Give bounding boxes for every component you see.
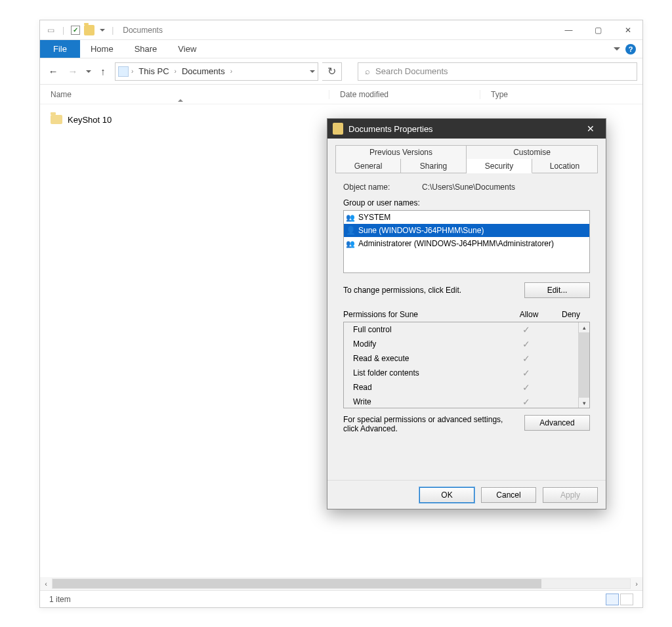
scroll-thumb[interactable] (52, 579, 541, 588)
dialog-buttons: OK Cancel Apply (327, 480, 606, 509)
home-tab[interactable]: Home (80, 44, 124, 54)
dialog-titlebar[interactable]: Documents Properties ✕ (327, 119, 606, 139)
chevron-right-icon: › (130, 68, 135, 75)
refresh-button[interactable]: ↻ (322, 62, 342, 81)
up-button[interactable]: ↑ (95, 64, 111, 79)
share-tab[interactable]: Share (124, 44, 168, 54)
search-icon: ⌕ (365, 66, 370, 76)
file-tab[interactable]: File (40, 40, 80, 58)
permission-row: Modify✓ (344, 337, 578, 351)
edit-hint: To change permissions, click Edit. (343, 286, 461, 295)
allow-check-icon: ✓ (503, 339, 549, 349)
column-type[interactable]: Type (480, 90, 642, 99)
close-icon[interactable]: ✕ (581, 119, 600, 139)
folder-icon (84, 25, 94, 35)
allow-header: Allow (506, 310, 552, 319)
minimize-button[interactable]: — (554, 20, 583, 40)
allow-check-icon: ✓ (503, 397, 549, 407)
user-name: Administratorer (WINDOWS-J64PHMM\Adminis… (358, 239, 554, 248)
scroll-left-icon[interactable]: ‹ (40, 578, 52, 590)
scroll-thumb[interactable] (578, 333, 589, 397)
permission-row: Full control✓ (344, 322, 578, 337)
view-tab[interactable]: View (167, 44, 207, 54)
scroll-right-icon[interactable]: › (631, 578, 642, 590)
breadcrumb-thispc[interactable]: This PC (136, 66, 171, 76)
permission-name: Read (353, 383, 503, 392)
titlebar: ▭ | ✓ | Documents — ▢ ✕ (40, 20, 642, 40)
apply-button[interactable]: Apply (543, 487, 598, 503)
permission-name: List folder contents (353, 368, 503, 378)
maximize-button[interactable]: ▢ (583, 20, 613, 40)
scroll-down-icon[interactable]: ▾ (579, 397, 589, 408)
column-date-modified[interactable]: Date modified (329, 90, 480, 99)
permission-name: Read & execute (353, 354, 503, 363)
scroll-up-icon[interactable]: ▴ (579, 322, 589, 333)
permission-name: Modify (353, 339, 503, 349)
details-view-icon[interactable] (606, 594, 619, 605)
ribbon-collapse-icon[interactable] (614, 47, 620, 51)
history-dropdown-icon[interactable] (86, 70, 91, 73)
user-name: SYSTEM (358, 213, 390, 222)
chevron-right-icon: › (173, 68, 178, 75)
properties-dialog: Documents Properties ✕ Previous Versions… (327, 118, 606, 509)
user-name: Sune (WINDOWS-J64PHMM\Sune) (358, 226, 484, 235)
user-row[interactable]: Administratorer (WINDOWS-J64PHMM\Adminis… (344, 237, 589, 250)
tab-security[interactable]: Security (467, 159, 532, 173)
tab-previous-versions[interactable]: Previous Versions (335, 145, 467, 160)
tab-sharing[interactable]: Sharing (401, 159, 467, 173)
deny-header: Deny (552, 310, 590, 319)
group-users-label: Group or user names: (343, 198, 590, 207)
group-icon (345, 212, 356, 223)
item-count: 1 item (49, 595, 71, 604)
dialog-title: Documents Properties (348, 124, 433, 134)
search-input[interactable]: ⌕ Search Documents (358, 62, 637, 81)
horizontal-scrollbar[interactable]: ‹ › (40, 577, 642, 590)
security-panel: Object name: C:\Users\Sune\Documents Gro… (335, 173, 598, 473)
document-icon: ▭ (45, 25, 56, 35)
permissions-for-label: Permissions for Sune (343, 310, 506, 319)
chevron-right-icon: › (229, 68, 234, 75)
column-name[interactable]: Name (40, 90, 329, 99)
user-list[interactable]: SYSTEMSune (WINDOWS-J64PHMM\Sune)Adminis… (343, 210, 590, 273)
edit-button[interactable]: Edit... (524, 282, 590, 298)
user-row[interactable]: SYSTEM (344, 211, 589, 224)
close-button[interactable]: ✕ (613, 20, 642, 40)
forward-button[interactable]: → (65, 64, 81, 79)
object-name-label: Object name: (343, 183, 422, 192)
user-row[interactable]: Sune (WINDOWS-J64PHMM\Sune) (344, 224, 589, 237)
tab-general[interactable]: General (335, 159, 401, 173)
folder-icon (333, 123, 343, 135)
user-icon (345, 225, 356, 236)
permission-name: Full control (353, 325, 503, 334)
address-bar[interactable]: › This PC › Documents › (115, 62, 318, 81)
nav-bar: ← → ↑ › This PC › Documents › ↻ ⌕ Search… (40, 58, 642, 85)
column-headers: Name Date modified Type (40, 85, 642, 104)
tab-location[interactable]: Location (532, 159, 598, 173)
help-icon[interactable]: ? (625, 44, 636, 54)
large-icons-view-icon[interactable] (620, 594, 633, 605)
sort-ascending-icon (178, 99, 183, 102)
back-button[interactable]: ← (45, 64, 61, 79)
allow-check-icon: ✓ (503, 324, 549, 335)
tab-customise[interactable]: Customise (467, 145, 598, 160)
chevron-down-icon[interactable] (100, 29, 105, 32)
permission-name: Write (353, 397, 503, 406)
file-name: KeyShot 10 (68, 115, 112, 125)
ok-button[interactable]: OK (419, 487, 474, 503)
permission-row: Write✓ (344, 395, 578, 408)
folder-icon (51, 115, 62, 124)
status-bar: 1 item (40, 590, 642, 607)
scroll-track[interactable] (52, 578, 631, 589)
location-icon (118, 66, 129, 77)
vertical-scrollbar[interactable]: ▴ ▾ (578, 322, 589, 408)
advanced-button[interactable]: Advanced (524, 415, 590, 431)
ribbon-tabs: File Home Share View ? (40, 40, 642, 58)
search-placeholder: Search Documents (375, 66, 448, 76)
cancel-button[interactable]: Cancel (481, 487, 536, 503)
allow-check-icon: ✓ (503, 353, 549, 364)
address-history-icon[interactable] (310, 70, 315, 73)
breadcrumb-documents[interactable]: Documents (179, 66, 228, 76)
permission-row: List folder contents✓ (344, 366, 578, 380)
permission-row: Read & execute✓ (344, 351, 578, 366)
advanced-hint: For special permissions or advanced sett… (343, 415, 524, 433)
